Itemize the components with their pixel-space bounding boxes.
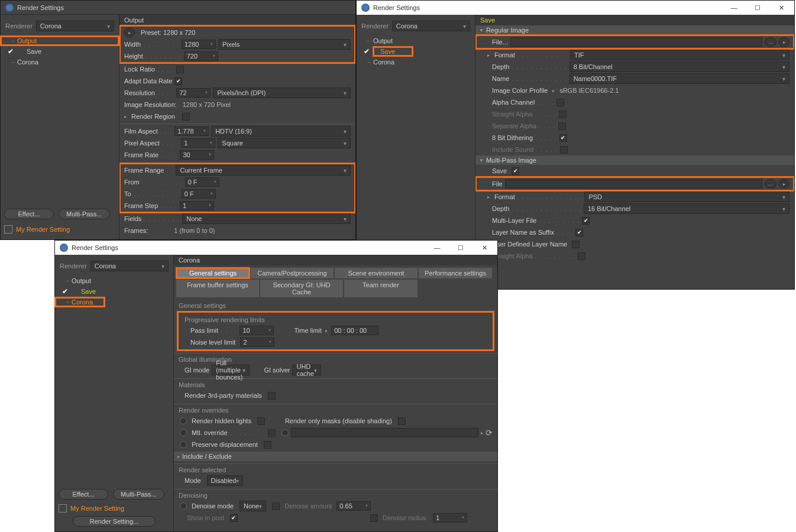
close-button[interactable]: ✕: [773, 4, 789, 12]
my-render-setting[interactable]: My Render Setting: [16, 226, 70, 233]
mp-file-input[interactable]: [505, 179, 762, 189]
film-aspect-dropdown[interactable]: HDTV (16:9): [211, 126, 351, 137]
depth-dropdown[interactable]: 8 Bit/Channel: [570, 61, 789, 72]
file-play-button[interactable]: [779, 37, 789, 47]
tree-output[interactable]: Output: [357, 36, 475, 46]
render-region-checkbox[interactable]: [182, 113, 190, 121]
multipass-button[interactable]: Multi-Pass...: [59, 209, 110, 219]
tab-framebuffer[interactable]: Frame buffer settings: [176, 280, 259, 297]
tree-corona[interactable]: Corona: [55, 297, 105, 307]
dithering-checkbox[interactable]: ✔: [559, 134, 567, 142]
preserve-radio[interactable]: [180, 441, 187, 448]
tab-team-render[interactable]: Team render: [344, 280, 418, 297]
tree-save[interactable]: Save: [72, 287, 101, 296]
straight-alpha-checkbox[interactable]: [559, 111, 567, 118]
noise-limit-input[interactable]: 2: [240, 338, 274, 347]
tree-corona[interactable]: Corona: [357, 57, 475, 67]
file-browse-button[interactable]: ...: [765, 37, 776, 47]
format-dropdown[interactable]: TIF: [570, 50, 789, 60]
pass-limit-input[interactable]: 10: [240, 326, 274, 335]
my-render-setting[interactable]: My Render Setting: [70, 505, 124, 512]
effect-button[interactable]: Effect...: [4, 209, 54, 219]
mp-save-checkbox[interactable]: ✔: [512, 167, 519, 175]
denoise-amount-input[interactable]: 0.65: [336, 501, 371, 511]
tree-save[interactable]: Save: [373, 47, 413, 56]
denoise-radius-toggle[interactable]: [370, 514, 378, 522]
gi-mode-dropdown[interactable]: Full (multiple bounces): [212, 365, 250, 375]
mode-dropdown[interactable]: Disabled: [207, 475, 244, 486]
time-limit-input[interactable]: 00 : 00 : 00: [331, 326, 378, 335]
preserve-checkbox[interactable]: [264, 441, 271, 449]
pixel-aspect-dropdown[interactable]: Square: [218, 138, 351, 148]
pixel-aspect-input[interactable]: 1: [181, 138, 215, 148]
multipass-button[interactable]: Multi-Pass...: [113, 489, 164, 499]
mtl-override-input[interactable]: [291, 428, 478, 437]
height-input[interactable]: 720: [184, 51, 218, 61]
tab-performance[interactable]: Performance settings: [419, 268, 492, 278]
framerange-dropdown[interactable]: Current Frame: [176, 165, 351, 176]
lock-ratio-checkbox[interactable]: [176, 66, 184, 73]
film-aspect-input[interactable]: 1.778: [174, 126, 209, 136]
mp-userlayer-checkbox[interactable]: [572, 241, 580, 248]
mp-format-dropdown[interactable]: PSD: [584, 192, 789, 202]
titlebar[interactable]: Render Settings — ☐ ✕: [55, 241, 497, 255]
separate-alpha-checkbox[interactable]: [558, 122, 566, 130]
hidden-lights-checkbox[interactable]: [257, 417, 265, 425]
name-dropdown[interactable]: Name0000.TIF: [570, 73, 789, 84]
mp-depth-dropdown[interactable]: 16 Bit/Channel: [584, 203, 789, 214]
tab-camera[interactable]: Camera/Postprocessing: [251, 268, 334, 278]
titlebar[interactable]: Render Settings: [1, 1, 355, 15]
denoise-mode-radio[interactable]: [180, 502, 187, 510]
resolution-unit-dropdown[interactable]: Pixels/Inch (DPI): [213, 87, 351, 98]
sound-checkbox[interactable]: [560, 146, 568, 154]
renderer-dropdown[interactable]: Corona: [36, 21, 114, 31]
titlebar[interactable]: Render Settings — ☐ ✕: [357, 1, 794, 15]
mp-file-play-button[interactable]: [779, 179, 789, 189]
to-input[interactable]: 0 F: [182, 189, 216, 199]
render-setting-button[interactable]: Render Setting...: [73, 516, 156, 527]
minimize-button[interactable]: —: [726, 4, 742, 12]
denoise-mode-dropdown[interactable]: None: [240, 501, 266, 511]
denoise-amount-toggle[interactable]: [272, 502, 280, 510]
tab-general[interactable]: General settings: [176, 268, 250, 278]
mp-straight-checkbox[interactable]: [578, 252, 585, 260]
mtl-override-checkbox[interactable]: [268, 429, 276, 437]
hidden-lights-radio[interactable]: [180, 417, 187, 424]
mp-file-browse-button[interactable]: ...: [765, 179, 776, 189]
framestep-input[interactable]: 1: [180, 201, 214, 210]
renderer-dropdown[interactable]: Corona: [90, 261, 169, 271]
mtl-override-radio[interactable]: [180, 429, 187, 436]
tab-scene[interactable]: Scene environment: [335, 268, 418, 278]
tree-output[interactable]: Output: [55, 276, 173, 286]
preset-button[interactable]: [124, 28, 135, 37]
resolution-input[interactable]: 72: [176, 88, 211, 98]
adapt-checkbox[interactable]: ✔: [174, 77, 182, 85]
file-input[interactable]: [510, 37, 762, 47]
render-3rd-checkbox[interactable]: [268, 392, 276, 400]
width-unit-dropdown[interactable]: Pixels: [218, 39, 351, 50]
fields-dropdown[interactable]: None: [182, 213, 351, 224]
denoise-radius-input[interactable]: 1: [433, 513, 467, 523]
multipass-section[interactable]: Multi-Pass Image: [475, 155, 794, 165]
width-input[interactable]: 1280: [182, 40, 216, 49]
gi-solver-dropdown[interactable]: UHD cache: [292, 365, 321, 375]
tree-output[interactable]: Output: [1, 36, 119, 46]
refresh-icon[interactable]: ⟳: [486, 428, 493, 437]
effect-button[interactable]: Effect...: [59, 489, 108, 499]
mtl-target-radio[interactable]: [281, 429, 289, 436]
show-post-checkbox[interactable]: ✔: [230, 514, 238, 522]
tree-save[interactable]: Save: [17, 47, 46, 56]
masks-checkbox[interactable]: [398, 417, 406, 425]
include-exclude-section[interactable]: Include / Exclude: [174, 452, 497, 461]
mp-suffix-checkbox[interactable]: ✔: [575, 229, 583, 236]
mp-multilayer-checkbox[interactable]: ✔: [582, 217, 590, 225]
tab-secondary-gi[interactable]: Secondary GI: UHD Cache: [260, 280, 343, 297]
maximize-button[interactable]: ☐: [749, 4, 766, 12]
tree-corona[interactable]: Corona: [1, 57, 119, 67]
close-button[interactable]: ✕: [476, 244, 493, 252]
minimize-button[interactable]: —: [429, 244, 445, 252]
alpha-checkbox[interactable]: [556, 99, 564, 106]
regular-image-section[interactable]: Regular Image: [475, 25, 794, 35]
maximize-button[interactable]: ☐: [452, 244, 469, 252]
from-input[interactable]: 0 F: [185, 177, 219, 187]
